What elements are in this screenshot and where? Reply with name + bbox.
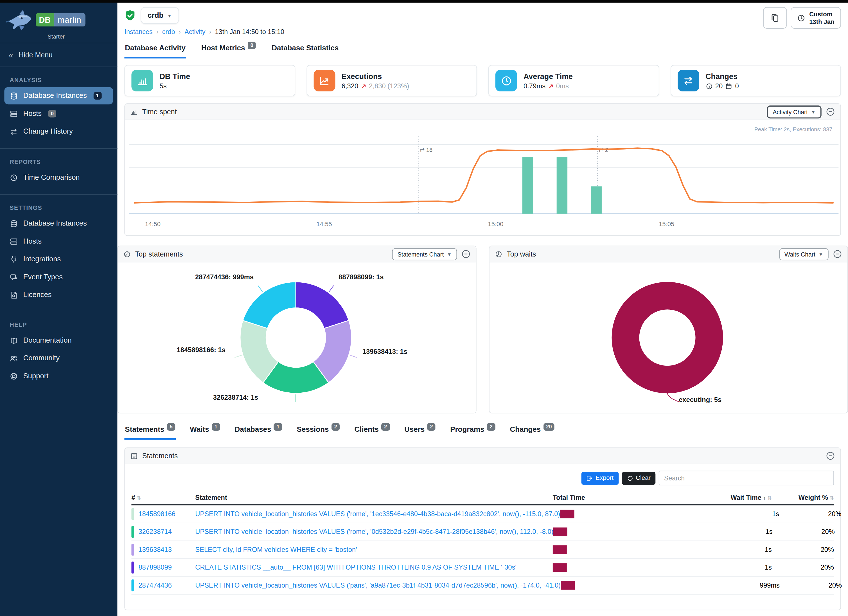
- metric-title: Average Time: [523, 72, 573, 80]
- export-button[interactable]: Export: [581, 471, 618, 484]
- detail-tab-waits[interactable]: Waits1: [189, 423, 221, 440]
- col-id[interactable]: #⇅: [131, 494, 195, 501]
- sidebar-item-community[interactable]: Community: [4, 349, 113, 367]
- col-weight[interactable]: Weight %⇅: [772, 494, 834, 501]
- activity-chart-dropdown[interactable]: Activity Chart ▼: [767, 105, 821, 118]
- tab-label: Databases: [235, 425, 271, 433]
- tab-database-statistics[interactable]: Database Statistics: [271, 42, 339, 58]
- collapse-top-statements-button[interactable]: [461, 249, 471, 259]
- statements-panel-title: Statements: [142, 452, 178, 460]
- sidebar-item-database-instances[interactable]: Database Instances1: [4, 87, 113, 105]
- statement-id-link[interactable]: 139638413: [138, 546, 172, 554]
- table-header-row: #⇅ Statement Total Time Wait Time↑⇅ Weig…: [131, 491, 834, 505]
- breadcrumb-crdb[interactable]: crdb: [162, 28, 175, 36]
- table-controls: Export Clear: [125, 464, 841, 491]
- chevron-down-icon: ▼: [167, 13, 172, 18]
- col-wait-time[interactable]: Wait Time↑⇅: [655, 494, 772, 501]
- instance-name: crdb: [148, 11, 163, 19]
- bar-chart-icon: [130, 108, 138, 116]
- clock-icon: [10, 173, 18, 182]
- sidebar-item-database-instances[interactable]: Database Instances: [4, 215, 113, 232]
- detail-tab-programs[interactable]: Programs2: [449, 423, 496, 440]
- statement-link[interactable]: SELECT city, id FROM vehicles WHERE city…: [195, 546, 553, 554]
- sidebar-item-hosts[interactable]: Hosts: [4, 233, 113, 250]
- page-tabs: Database ActivityHost Metrics0Database S…: [117, 36, 848, 59]
- sidebar-item-label: Database Instances: [23, 92, 87, 100]
- instance-selector[interactable]: crdb ▼: [141, 7, 179, 24]
- sidebar-item-label: Event Types: [23, 273, 63, 281]
- collapse-top-waits-button[interactable]: [833, 249, 842, 259]
- copy-link-button[interactable]: [763, 7, 787, 29]
- export-icon: [587, 475, 593, 481]
- licence-icon: [10, 291, 18, 299]
- detail-tab-clients[interactable]: Clients2: [354, 423, 390, 440]
- collapse-time-spent-button[interactable]: [826, 107, 835, 116]
- top-bar: crdb ▼ Custom 13th Jan: [117, 3, 848, 36]
- minus-circle-icon: [461, 249, 471, 259]
- statement-link[interactable]: UPSERT INTO vehicle_location_histories V…: [195, 528, 553, 536]
- breadcrumb-separator: ›: [179, 29, 181, 35]
- clear-button[interactable]: Clear: [622, 471, 655, 484]
- tab-label: Clients: [354, 425, 379, 433]
- count-badge: 2: [487, 423, 495, 430]
- sort-icon: ⇅: [136, 495, 141, 501]
- tab-host-metrics[interactable]: Host Metrics0: [201, 42, 257, 58]
- detail-tab-statements[interactable]: Statements5: [124, 423, 176, 440]
- breadcrumb-instances[interactable]: Instances: [124, 28, 153, 36]
- total-time-bar: [554, 527, 568, 536]
- tab-database-activity[interactable]: Database Activity: [124, 42, 186, 58]
- statements-donut-chart[interactable]: 887898099: 1s139638413: 1s326238714: 1s1…: [118, 263, 476, 413]
- sidebar-item-support[interactable]: Support: [4, 367, 113, 385]
- col-statement[interactable]: Statement: [195, 494, 553, 501]
- statement-id-link[interactable]: 287474436: [138, 582, 172, 589]
- sidebar-item-label: Change History: [23, 128, 73, 135]
- sidebar-item-change-history[interactable]: Change History: [4, 123, 113, 140]
- tab-label: Sessions: [297, 425, 329, 433]
- wait-time-value: 999ms: [663, 582, 780, 589]
- clear-label: Clear: [636, 475, 651, 481]
- sidebar-item-event-types[interactable]: Event Types: [4, 268, 113, 286]
- col-total-time[interactable]: Total Time: [553, 494, 655, 501]
- weight-value: 20%: [772, 564, 834, 571]
- sidebar-item-integrations[interactable]: Integrations: [4, 250, 113, 268]
- search-input[interactable]: [659, 471, 834, 485]
- breadcrumb-activity[interactable]: Activity: [184, 28, 205, 36]
- minus-circle-icon: [833, 249, 842, 259]
- detail-tab-sessions[interactable]: Sessions2: [297, 423, 341, 440]
- sidebar-item-documentation[interactable]: Documentation: [4, 332, 113, 349]
- brand-db: DB: [36, 13, 54, 27]
- sidebar-item-time-comparison[interactable]: Time Comparison: [4, 169, 113, 186]
- marlin-logo-icon: [5, 9, 33, 31]
- waits-chart-dropdown[interactable]: Waits Chart ▼: [779, 248, 829, 260]
- sidebar-sections: ANALYSISDatabase Instances1Hosts0Change …: [0, 67, 117, 393]
- time-range-button[interactable]: Custom 13th Jan: [791, 7, 841, 29]
- detail-tab-users[interactable]: Users2: [404, 423, 436, 440]
- sidebar-section-settings: SETTINGSDatabase InstancesHostsIntegrati…: [0, 194, 117, 312]
- sidebar-section-label: SETTINGS: [4, 200, 113, 214]
- statements-chart-dropdown[interactable]: Statements Chart ▼: [392, 248, 457, 260]
- top-statements-panel: Top statements Statements Chart ▼ 887898…: [117, 246, 476, 413]
- statement-link[interactable]: UPSERT INTO vehicle_location_histories V…: [195, 582, 560, 589]
- top-waits-panel: Top waits Waits Chart ▼ executing: 5s: [489, 246, 848, 413]
- sidebar-item-licences[interactable]: Licences: [4, 286, 113, 303]
- sidebar-section-reports: REPORTSTime Comparison: [0, 148, 117, 194]
- time-spent-chart[interactable]: ⇄ 18⇄ 214:5014:5515:0015:05 Peak Time: 2…: [125, 120, 841, 235]
- statements-chart-dropdown-label: Statements Chart: [397, 251, 444, 257]
- statement-link[interactable]: UPSERT INTO vehicle_location_histories V…: [195, 510, 560, 518]
- total-time-bar: [560, 510, 574, 518]
- statement-link[interactable]: CREATE STATISTICS __auto__ FROM [63] WIT…: [195, 564, 553, 571]
- detail-tab-changes[interactable]: Changes20: [509, 423, 555, 440]
- collapse-statements-button[interactable]: [826, 451, 835, 460]
- waits-donut-chart[interactable]: executing: 5s: [489, 263, 847, 413]
- detail-tab-databases[interactable]: Databases1: [234, 423, 283, 440]
- donut-label-287474436: 287474436: 999ms: [195, 273, 254, 281]
- database-icon: [10, 91, 18, 100]
- hide-menu-button[interactable]: « Hide Menu: [0, 43, 117, 67]
- server-icon: [10, 110, 18, 118]
- count-badge: 5: [167, 423, 175, 430]
- statement-id-link[interactable]: 1845898166: [138, 510, 175, 518]
- statement-id-link[interactable]: 887898099: [138, 564, 172, 571]
- total-time-bar: [553, 563, 567, 572]
- statement-id-link[interactable]: 326238714: [138, 528, 172, 536]
- sidebar-item-hosts[interactable]: Hosts0: [4, 105, 113, 122]
